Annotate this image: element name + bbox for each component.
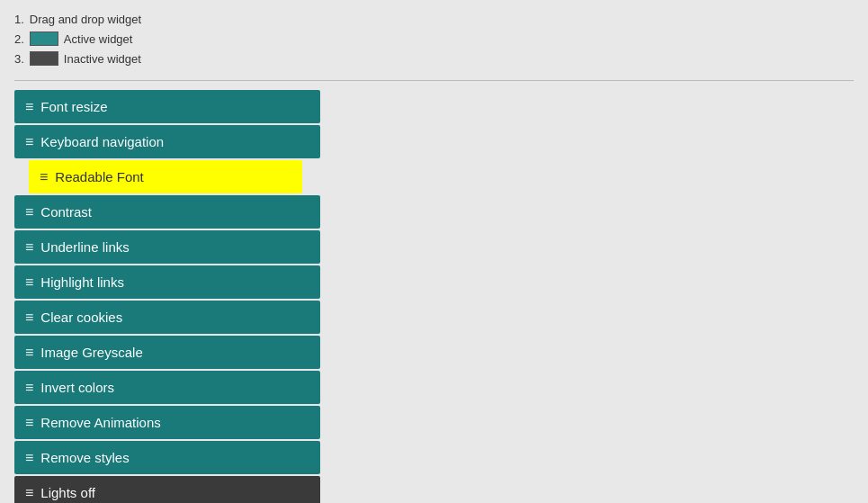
drag-icon-readable-font: ≡ [40,170,48,184]
page-container: 1. Drag and drop widget 2. Active widget… [0,0,868,503]
drag-icon-highlight-links: ≡ [25,275,33,290]
widget-label-remove-styles: Remove styles [40,450,129,465]
instructions-section: 1. Drag and drop widget 2. Active widget… [14,13,854,66]
drag-icon-remove-animations: ≡ [25,416,33,430]
widget-label-clear-cookies: Clear cookies [40,310,122,325]
drag-icon-invert-colors: ≡ [25,381,33,395]
widget-invert-colors[interactable]: ≡ Invert colors [14,371,320,404]
widget-highlight-links[interactable]: ≡ Highlight links [14,265,320,299]
widget-label-image-greyscale: Image Greyscale [40,345,142,360]
widget-lights-off[interactable]: ≡ Lights off [14,476,320,503]
inactive-swatch [30,51,58,66]
instruction-item-2: 2. Active widget [14,31,854,46]
widget-label-keyboard-navigation: Keyboard navigation [40,134,164,149]
drag-icon-clear-cookies: ≡ [25,310,33,325]
widget-remove-styles[interactable]: ≡ Remove styles [14,441,320,474]
drag-icon-underline-links: ≡ [25,240,33,255]
widget-keyboard-navigation[interactable]: ≡ Keyboard navigation [14,125,320,158]
widget-label-contrast: Contrast [40,204,92,220]
widget-font-resize[interactable]: ≡ Font resize [14,90,320,123]
widget-label-highlight-links: Highlight links [40,274,124,290]
instruction-number-3: 3. [14,52,24,66]
widget-image-greyscale[interactable]: ≡ Image Greyscale [14,336,320,369]
drag-icon-contrast: ≡ [25,205,33,220]
drag-icon-remove-styles: ≡ [25,451,33,465]
widget-list: ≡ Font resize ≡ Keyboard navigation ≡ Re… [14,90,320,503]
widget-label-readable-font: Readable Font [55,169,143,184]
drag-icon-keyboard-navigation: ≡ [25,135,33,149]
widget-remove-animations[interactable]: ≡ Remove Animations [14,406,320,439]
drag-icon-lights-off: ≡ [25,486,33,500]
instruction-text-1: Drag and drop widget [30,13,141,26]
section-divider [14,80,854,81]
widget-readable-font[interactable]: ≡ Readable Font [29,160,302,193]
widget-contrast[interactable]: ≡ Contrast [14,195,320,229]
instruction-item-3: 3. Inactive widget [14,51,854,66]
instruction-text-2: Active widget [64,32,133,46]
widget-label-lights-off: Lights off [40,485,95,500]
widget-label-font-resize: Font resize [40,99,107,114]
drag-icon-font-resize: ≡ [25,100,33,114]
widget-label-remove-animations: Remove Animations [40,415,160,430]
widget-underline-links[interactable]: ≡ Underline links [14,230,320,264]
widget-label-underline-links: Underline links [40,239,129,255]
instruction-number-1: 1. [14,13,24,26]
active-swatch [30,31,58,46]
instruction-item-1: 1. Drag and drop widget [14,13,854,26]
instructions-list: 1. Drag and drop widget 2. Active widget… [14,13,854,66]
widget-label-invert-colors: Invert colors [40,380,114,395]
widget-clear-cookies[interactable]: ≡ Clear cookies [14,301,320,334]
instruction-text-3: Inactive widget [64,52,141,66]
drag-icon-image-greyscale: ≡ [25,346,33,360]
instruction-number-2: 2. [14,32,24,46]
